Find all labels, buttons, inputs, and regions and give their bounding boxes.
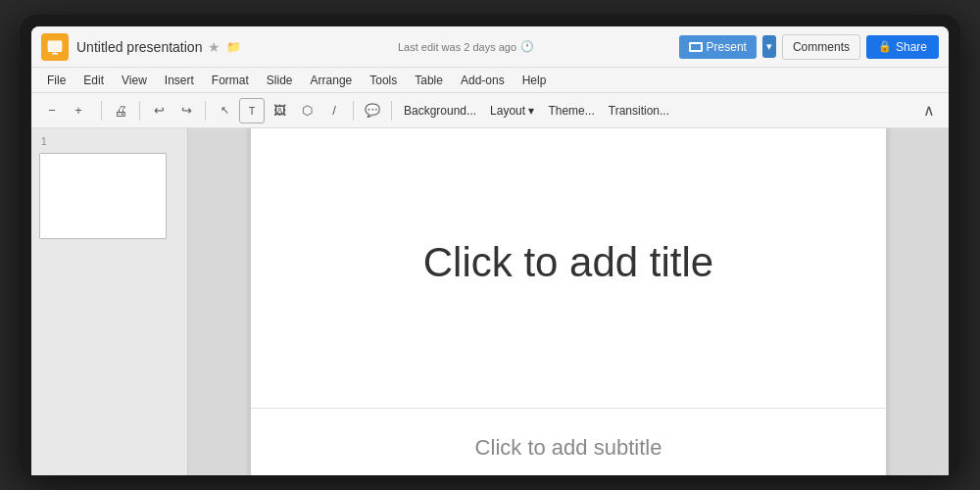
menu-slide[interactable]: Slide (259, 72, 301, 89)
select-button[interactable]: ↖ (212, 98, 237, 123)
zoom-in-button[interactable]: + (66, 98, 91, 123)
undo-button[interactable]: ↩ (146, 98, 172, 123)
sep3 (205, 101, 206, 121)
slide-thumbnail[interactable] (39, 153, 167, 239)
menu-tools[interactable]: Tools (362, 72, 405, 89)
print-button[interactable]: 🖨 (108, 98, 133, 123)
laptop-frame: Untitled presentation ★ 📁 Last edit was … (20, 15, 960, 475)
toolbar: − + 🖨 ↩ ↪ ↖ T 🖼 ⬡ / 💬 Background... Layo… (31, 93, 949, 128)
menu-addons[interactable]: Add-ons (453, 72, 513, 89)
header-buttons: Present ▾ Comments 🔒 Share (679, 34, 939, 60)
present-dropdown-button[interactable]: ▾ (762, 35, 776, 58)
screen: Untitled presentation ★ 📁 Last edit was … (31, 26, 949, 475)
menu-arrange[interactable]: Arrange (303, 72, 361, 89)
present-screen-icon (689, 42, 703, 52)
line-button[interactable]: / (321, 98, 347, 123)
comment-button[interactable]: 💬 (360, 98, 385, 123)
menu-format[interactable]: Format (204, 72, 257, 89)
slide-subtitle-placeholder[interactable]: Click to add subtitle (475, 435, 662, 461)
last-edit-text: Last edit was 2 days ago 🕐 (398, 40, 534, 53)
slide-subtitle-area[interactable]: Click to add subtitle (251, 409, 886, 475)
menu-view[interactable]: View (114, 72, 155, 89)
transition-button[interactable]: Transition... (603, 98, 675, 123)
zoom-group: − + (39, 98, 91, 123)
slide-title-area[interactable]: Click to add title (251, 128, 886, 409)
theme-button[interactable]: Theme... (542, 98, 600, 123)
star-icon[interactable]: ★ (208, 39, 220, 55)
layout-button[interactable]: Layout ▾ (484, 98, 540, 123)
slide-number: 1 (39, 136, 179, 147)
folder-icon[interactable]: 📁 (226, 40, 241, 54)
menu-file[interactable]: File (39, 72, 74, 89)
menu-table[interactable]: Table (407, 72, 451, 89)
main-area: 1 ↗ Click to add title Click to add subt… (31, 128, 949, 475)
slide-title-placeholder[interactable]: Click to add title (423, 239, 713, 286)
menu-insert[interactable]: Insert (157, 72, 202, 89)
lock-icon: 🔒 (878, 40, 892, 53)
sep5 (391, 101, 392, 121)
slide-canvas[interactable]: Click to add title Click to add subtitle (250, 128, 887, 475)
menu-help[interactable]: Help (514, 72, 555, 89)
sep4 (353, 101, 354, 121)
svg-rect-0 (48, 41, 62, 52)
clock-icon: 🕐 (520, 40, 534, 53)
textbox-button[interactable]: T (239, 98, 265, 123)
menu-bar: File Edit View Insert Format Slide Arran… (31, 68, 949, 93)
slide-panel: 1 (31, 128, 188, 475)
redo-button[interactable]: ↪ (173, 98, 199, 123)
zoom-out-button[interactable]: − (39, 98, 65, 123)
menu-edit[interactable]: Edit (75, 72, 112, 89)
background-button[interactable]: Background... (398, 98, 482, 123)
present-button[interactable]: Present (679, 35, 757, 59)
app-icon (41, 33, 69, 61)
presentation-title: Untitled presentation (76, 39, 202, 55)
sep2 (139, 101, 140, 121)
share-button[interactable]: 🔒 Share (866, 35, 939, 59)
sep1 (101, 101, 102, 121)
image-button[interactable]: 🖼 (267, 98, 292, 123)
canvas-area: ↗ Click to add title Click to add subtit… (188, 128, 949, 475)
shape-button[interactable]: ⬡ (294, 98, 319, 123)
comments-button[interactable]: Comments (782, 34, 860, 60)
slides-icon (46, 38, 64, 56)
toolbar-collapse-button[interactable]: ∧ (917, 99, 941, 122)
title-icons: ★ 📁 (208, 39, 241, 55)
title-bar: Untitled presentation ★ 📁 Last edit was … (31, 26, 949, 68)
